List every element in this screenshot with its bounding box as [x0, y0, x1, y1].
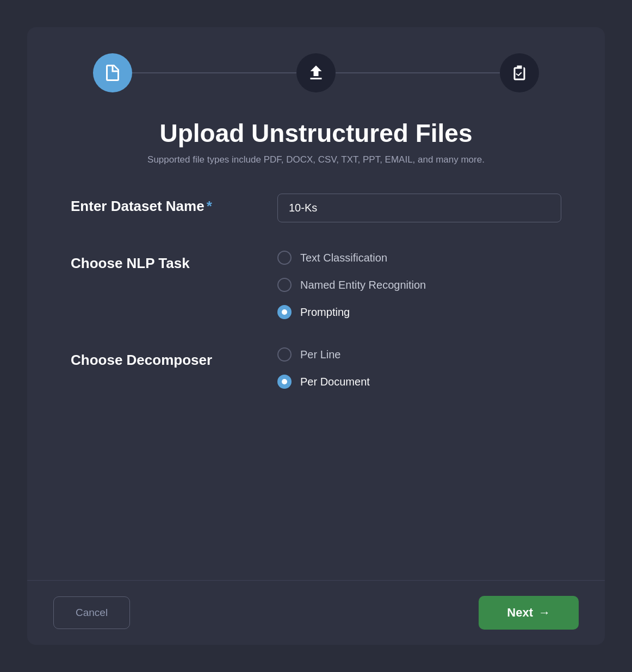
decomposer-per-document[interactable]: Per Document: [277, 375, 561, 389]
radio-prompting[interactable]: [277, 305, 292, 319]
dataset-name-controls: [277, 194, 561, 222]
nlp-task-label: Choose NLP Task: [71, 251, 277, 272]
title-area: Upload Unstructured Files Supported file…: [71, 119, 561, 165]
upload-icon: [306, 63, 326, 83]
page-title: Upload Unstructured Files: [71, 119, 561, 148]
radio-text-classification-label: Text Classification: [300, 252, 387, 264]
radio-prompting-inner: [282, 309, 287, 315]
step-1-circle: [93, 53, 132, 92]
nlp-task-text-classification[interactable]: Text Classification: [277, 251, 561, 265]
nlp-task-prompting[interactable]: Prompting: [277, 305, 561, 319]
next-arrow-icon: →: [538, 606, 550, 620]
nlp-task-ner[interactable]: Named Entity Recognition: [277, 278, 561, 292]
next-label: Next: [507, 606, 533, 620]
stepper: [71, 53, 561, 92]
file-icon: [103, 63, 122, 83]
dataset-name-label: Enter Dataset Name*: [71, 194, 277, 215]
radio-per-document-inner: [282, 379, 287, 384]
radio-per-line-label: Per Line: [300, 349, 341, 361]
radio-per-line[interactable]: [277, 347, 292, 362]
stepper-steps: [93, 53, 539, 92]
radio-text-classification[interactable]: [277, 251, 292, 265]
radio-per-document-label: Per Document: [300, 376, 370, 388]
radio-prompting-label: Prompting: [300, 306, 350, 319]
decomposer-per-line[interactable]: Per Line: [277, 347, 561, 362]
radio-ner-label: Named Entity Recognition: [300, 279, 426, 291]
nlp-task-row: Choose NLP Task Text Classification Name…: [71, 251, 561, 319]
dataset-name-input[interactable]: [277, 194, 561, 222]
nlp-task-controls: Text Classification Named Entity Recogni…: [277, 251, 561, 319]
dataset-name-row: Enter Dataset Name*: [71, 194, 561, 222]
radio-per-document[interactable]: [277, 375, 292, 389]
nlp-task-radio-group: Text Classification Named Entity Recogni…: [277, 251, 561, 319]
decomposer-row: Choose Decomposer Per Line Per Document: [71, 347, 561, 389]
step-2-circle: [296, 53, 336, 92]
modal-footer: Cancel Next →: [27, 580, 605, 645]
upload-modal: Upload Unstructured Files Supported file…: [27, 27, 605, 645]
decomposer-radio-group: Per Line Per Document: [277, 347, 561, 389]
cancel-button[interactable]: Cancel: [53, 596, 130, 629]
modal-body: Upload Unstructured Files Supported file…: [27, 27, 605, 580]
next-button[interactable]: Next →: [479, 596, 579, 630]
clipboard-check-icon: [510, 63, 529, 83]
page-subtitle: Supported file types include PDF, DOCX, …: [71, 154, 561, 165]
step-3-circle: [500, 53, 539, 92]
decomposer-label: Choose Decomposer: [71, 347, 277, 369]
decomposer-controls: Per Line Per Document: [277, 347, 561, 389]
radio-ner[interactable]: [277, 278, 292, 292]
